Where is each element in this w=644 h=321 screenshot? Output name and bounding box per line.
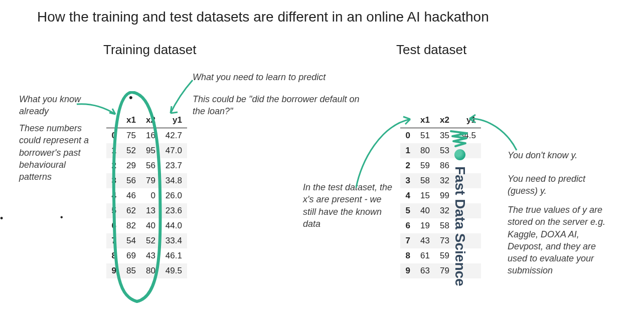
cell: 51 (415, 128, 435, 144)
cell: 33.4 (160, 233, 187, 248)
cell: 2 (106, 158, 121, 173)
watermark: Fast Data Science (452, 149, 468, 286)
arrow-learn-to-y (167, 78, 197, 117)
cell: 82 (121, 218, 141, 233)
table-row: 0513534.5 (400, 128, 481, 144)
table-row: 25986 (400, 158, 481, 173)
cell: 3 (106, 173, 121, 188)
cell: 69 (121, 248, 141, 263)
table-row: 74373 (400, 233, 481, 248)
cell: 19 (415, 218, 435, 233)
cell: 35 (435, 128, 454, 144)
cell: 0 (400, 128, 415, 144)
stray-dot-2: • (0, 213, 3, 224)
cell: 13 (141, 203, 160, 218)
table-row: 0751642.7 (106, 128, 187, 144)
table-row: 6824044.0 (106, 218, 187, 233)
table-row: 446026.0 (106, 188, 187, 203)
note-true-y-server: The true values of y are stored on the s… (508, 204, 608, 277)
cell: 26.0 (160, 188, 187, 203)
cell: 54 (121, 233, 141, 248)
col-y1: y1 (454, 113, 481, 128)
cell: 49.5 (160, 263, 187, 278)
cell: 0 (141, 188, 160, 203)
table-row: 86159 (400, 248, 481, 263)
cell: 9 (400, 263, 415, 278)
cell: 73 (435, 233, 454, 248)
cell: 59 (435, 248, 454, 263)
cell: 32 (435, 173, 454, 188)
cell: 43 (415, 233, 435, 248)
cell: 56 (141, 158, 160, 173)
cell: 1 (400, 143, 415, 158)
cell: 5 (106, 203, 121, 218)
cell: 59 (415, 158, 435, 173)
cell: 99 (435, 188, 454, 203)
cell: 75 (121, 128, 141, 144)
cell: 43 (141, 248, 160, 263)
cell: 16 (141, 128, 160, 144)
cell: 61 (415, 248, 435, 263)
cell: 0 (106, 128, 121, 144)
cell: 4 (106, 188, 121, 203)
note-patterns: These numbers could represent a borrower… (19, 122, 99, 183)
cell: 63 (415, 263, 435, 278)
cell: 23.7 (160, 158, 187, 173)
cell: 7 (106, 233, 121, 248)
cell: 42.7 (160, 128, 187, 144)
table-row: 2295623.7 (106, 158, 187, 173)
cell: 40 (415, 203, 435, 218)
cell: 4 (400, 188, 415, 203)
col-x2: x2 (141, 113, 160, 128)
cell: 6 (106, 218, 121, 233)
cell: 15 (415, 188, 435, 203)
col-index (106, 113, 121, 128)
col-y1: y1 (160, 113, 187, 128)
note-learn-predict: What you need to learn to predict (193, 71, 363, 83)
note-unknown-y: You don't know y. (508, 149, 598, 161)
table-row: 18053 (400, 143, 481, 158)
cell: 23.6 (160, 203, 187, 218)
note-predict-y: You need to predict (guess) y. (508, 173, 593, 197)
cell: 6 (400, 218, 415, 233)
test-title: Test dataset (396, 42, 466, 58)
table-row: 8694346.1 (106, 248, 187, 263)
table-row: 1529547.0 (106, 143, 187, 158)
note-what-you-know: What you know already (19, 93, 94, 118)
watermark-text: Fast Data Science (452, 166, 468, 286)
note-test-x-present: In the test dataset, the x's are present… (303, 181, 393, 230)
table-row: 7545233.4 (106, 233, 187, 248)
cell: 52 (121, 143, 141, 158)
cell: 44.0 (160, 218, 187, 233)
cell: 29 (121, 158, 141, 173)
cell: 86 (435, 158, 454, 173)
table-row: 9858049.5 (106, 263, 187, 278)
cell: 58 (435, 218, 454, 233)
cell: 34.8 (160, 173, 187, 188)
cell: 80 (141, 263, 160, 278)
table-row: 41599 (400, 188, 481, 203)
cell: 79 (141, 173, 160, 188)
cell: 1 (106, 143, 121, 158)
col-x2: x2 (435, 113, 454, 128)
table-row: 61958 (400, 218, 481, 233)
cell: 52 (141, 233, 160, 248)
cell: 56 (121, 173, 141, 188)
table-row: 5621323.6 (106, 203, 187, 218)
cell: 46 (121, 188, 141, 203)
cell: 47.0 (160, 143, 187, 158)
cell: 85 (121, 263, 141, 278)
cell: 5 (400, 203, 415, 218)
col-x1: x1 (415, 113, 435, 128)
cell: 32 (435, 203, 454, 218)
cell: 8 (400, 248, 415, 263)
cell: 95 (141, 143, 160, 158)
watermark-icon (454, 149, 465, 160)
table-row: 96379 (400, 263, 481, 278)
cell: 46.1 (160, 248, 187, 263)
training-table: x1 x2 y1 0751642.71529547.02295623.73567… (106, 113, 187, 278)
cell: 40 (141, 218, 160, 233)
cell: 80 (415, 143, 435, 158)
cell: 8 (106, 248, 121, 263)
cell: 2 (400, 158, 415, 173)
